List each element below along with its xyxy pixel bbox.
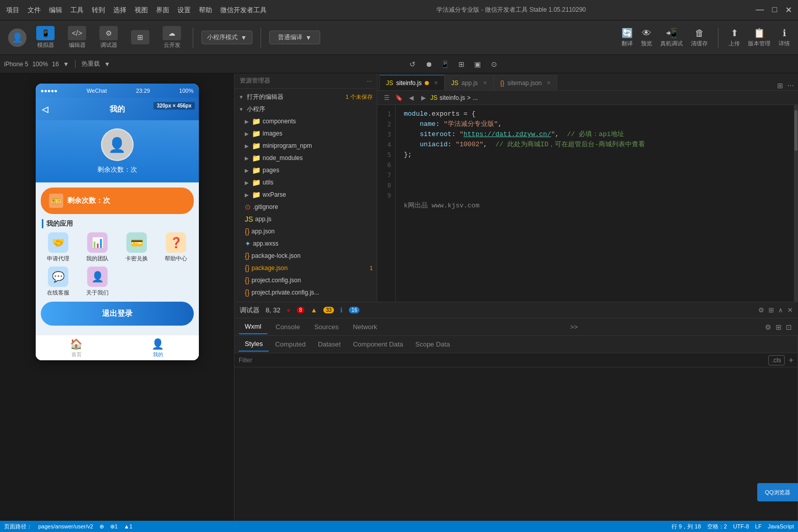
tree-pkg-lock[interactable]: {} package-lock.json xyxy=(235,250,377,262)
menu-settings[interactable]: 设置 xyxy=(177,6,191,15)
tree-pkg-json[interactable]: {} package.json 1 xyxy=(235,262,377,274)
details-button[interactable]: ℹ 详情 xyxy=(779,28,790,47)
debugger-settings-icon[interactable]: ⚙ xyxy=(765,323,771,331)
tree-opened-editors[interactable]: ▼ 打开的编辑器 1 个未保存 xyxy=(235,91,377,103)
preview-button[interactable]: 👁 预览 xyxy=(641,28,652,47)
phone-app-item-0[interactable]: 🤝 申请代理 xyxy=(41,232,76,262)
statusbar-warnings[interactable]: ▲1 xyxy=(124,523,133,529)
layout2-icon[interactable]: ▣ xyxy=(472,58,484,70)
tab-close-icon3[interactable]: ✕ xyxy=(547,80,551,86)
debugger-controls[interactable]: ⚙ ⊞ ∧ ✕ xyxy=(758,306,793,314)
tree-app-json[interactable]: {} app.json xyxy=(235,225,377,237)
phone-app-item-3[interactable]: ❓ 帮助中心 xyxy=(159,232,194,262)
debugger-tab-sources[interactable]: Sources xyxy=(308,320,345,334)
refresh-icon[interactable]: ↺ xyxy=(406,58,419,70)
debugger-tab-more[interactable]: >> xyxy=(570,323,578,331)
cloud-button[interactable]: ☁ 云开发 xyxy=(159,26,185,49)
editor-layout-icon[interactable]: ⊞ xyxy=(777,82,783,90)
tab-computed[interactable]: Computed xyxy=(269,337,312,352)
tree-utils[interactable]: ▶ 📁 utils xyxy=(235,176,377,189)
debugger-tab-console[interactable]: Console xyxy=(270,320,306,334)
phone-app-item-1[interactable]: 📊 我的团队 xyxy=(80,232,115,262)
debugger-dock-icon[interactable]: ⊞ xyxy=(776,323,782,331)
editor-more-icon[interactable]: ··· xyxy=(787,81,794,90)
menu-interface[interactable]: 界面 xyxy=(156,6,169,15)
copy-icon[interactable]: ⊕ xyxy=(99,523,104,530)
statusbar-errors[interactable]: ⊗1 xyxy=(110,523,118,530)
filter-cls-button[interactable]: .cls xyxy=(768,355,785,365)
menu-select[interactable]: 选择 xyxy=(113,6,126,15)
breadcrumb-toggle[interactable]: ☰ xyxy=(381,93,392,103)
tree-node-modules[interactable]: ▶ 📁 node_modules xyxy=(235,152,377,164)
tab-app-js[interactable]: JS app.js ✕ xyxy=(445,75,494,90)
phone-icon[interactable]: 📱 xyxy=(439,58,451,70)
grid-icon[interactable]: ⊞ xyxy=(455,58,468,70)
sim-controls[interactable]: ↺ ⏺ 📱 ⊞ ▣ ⊙ xyxy=(112,58,794,70)
close-icon[interactable]: ✕ xyxy=(787,306,793,314)
tree-wxparse[interactable]: ▶ 📁 wxParse xyxy=(235,189,377,201)
forward-icon[interactable]: ▶ xyxy=(418,93,428,103)
real-device-button[interactable]: 📲 真机调试 xyxy=(660,28,683,47)
rotate-icon[interactable]: ⊙ xyxy=(488,58,500,70)
phone-app-item-4[interactable]: 💬 在线客服 xyxy=(41,267,76,297)
tree-project-config[interactable]: {} project.config.json xyxy=(235,274,377,286)
tab-siteinfo-js[interactable]: JS siteinfo.js ✕ xyxy=(379,75,445,90)
bookmark-icon[interactable]: 🔖 xyxy=(394,93,404,103)
stop-icon[interactable]: ⏺ xyxy=(423,58,435,70)
close-button[interactable]: ✕ xyxy=(785,5,792,15)
tree-project-private[interactable]: {} project.private.config.js... xyxy=(235,286,377,299)
layout-icon2[interactable]: ⊞ xyxy=(768,306,774,314)
tab-scope-data[interactable]: Scope Data xyxy=(409,337,456,352)
menu-view[interactable]: 视图 xyxy=(135,6,148,15)
menu-edit[interactable]: 编辑 xyxy=(49,6,62,15)
upload-button[interactable]: ⬆ 上传 xyxy=(729,28,740,47)
debugger-detach-icon[interactable]: ⊡ xyxy=(786,323,792,331)
collapse-icon[interactable]: ∧ xyxy=(778,306,783,314)
tab-close-icon[interactable]: ✕ xyxy=(434,80,438,86)
translate-button[interactable]: 🔄 翻译 xyxy=(622,28,633,47)
tree-pages[interactable]: ▶ 📁 pages xyxy=(235,164,377,176)
tab-dataset[interactable]: Dataset xyxy=(312,337,347,352)
tree-app-wxss[interactable]: ✦ app.wxss xyxy=(235,237,377,250)
gear-icon[interactable]: ⚙ xyxy=(758,306,764,314)
layout-button[interactable]: ⊞ xyxy=(127,30,153,45)
scroll-thumb[interactable] xyxy=(794,110,797,151)
device-selector[interactable]: iPhone 5 100% 16 ▼ 热重载 ▼ xyxy=(4,60,110,68)
explorer-more-icon[interactable]: ··· xyxy=(367,77,372,85)
phone-logout-button[interactable]: 退出登录 xyxy=(41,302,194,326)
maximize-button[interactable]: □ xyxy=(772,5,777,15)
tree-gitignore[interactable]: ⊙ .gitignore xyxy=(235,201,377,213)
phone-count-button[interactable]: 🎫 剩余次数：次 xyxy=(41,188,194,214)
tree-images[interactable]: ▶ 📁 images xyxy=(235,127,377,140)
debugger-button[interactable]: ⚙ 调试器 xyxy=(96,26,121,49)
tree-miniprogram-npm[interactable]: ▶ 📁 miniprogram_npm xyxy=(235,140,377,152)
window-controls[interactable]: — □ ✕ xyxy=(756,5,792,15)
minimize-button[interactable]: — xyxy=(756,5,764,15)
menu-goto[interactable]: 转到 xyxy=(92,6,105,15)
phone-tab-home[interactable]: 🏠 首页 xyxy=(36,338,117,358)
menu-bar[interactable]: 项目 文件 编辑 工具 转到 选择 视图 界面 设置 帮助 微信开发者工具 xyxy=(6,6,267,15)
filter-input[interactable] xyxy=(239,357,764,364)
tree-app-js[interactable]: JS app.js xyxy=(235,213,377,225)
menu-file[interactable]: 文件 xyxy=(28,6,41,15)
clear-cache-button[interactable]: 🗑 清缓存 xyxy=(691,28,708,47)
debugger-tab-wxml[interactable]: Wxml xyxy=(239,320,268,334)
hotreload-label[interactable]: 热重载 xyxy=(82,60,100,68)
tab-component-data[interactable]: Component Data xyxy=(347,337,409,352)
filter-plus-button[interactable]: + xyxy=(789,356,793,365)
tab-close-icon2[interactable]: ✕ xyxy=(483,80,487,86)
tab-styles[interactable]: Styles xyxy=(239,337,269,352)
compile-selector[interactable]: 普通编译 ▼ xyxy=(269,31,320,44)
menu-devtools[interactable]: 微信开发者工具 xyxy=(220,6,267,15)
editor-button[interactable]: </> 编辑器 xyxy=(64,26,90,49)
tab-sitemap-json[interactable]: {} sitemap.json ✕ xyxy=(494,75,557,90)
qq-browser-button[interactable]: QQ浏览器 xyxy=(757,483,798,501)
menu-project[interactable]: 项目 xyxy=(6,6,19,15)
menu-help[interactable]: 帮助 xyxy=(199,6,212,15)
phone-app-item-2[interactable]: 💳 卡密兑换 xyxy=(119,232,155,262)
version-button[interactable]: 📋 版本管理 xyxy=(748,28,770,47)
phone-app-item-5[interactable]: 👤 关于我们 xyxy=(80,267,115,297)
simulator-button[interactable]: 📱 模拟器 xyxy=(33,26,58,49)
menu-tools[interactable]: 工具 xyxy=(70,6,84,15)
tree-miniprogram-section[interactable]: ▼ 小程序 xyxy=(235,103,377,115)
